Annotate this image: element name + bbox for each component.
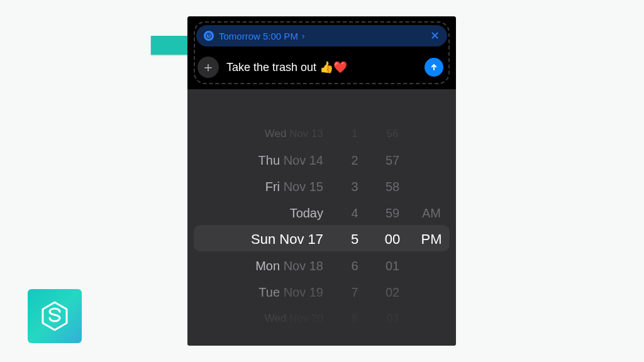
due-date-chip[interactable]: Tomorrow 5:00 PM › ✕ [196, 25, 447, 47]
reminder-input-row: ＋ Take the trash out 👍❤️ [196, 55, 447, 78]
picker-row[interactable]: Mon Nov 18 6 01 [187, 253, 456, 279]
picker-row[interactable]: Tue Nov 12 12 55 [187, 94, 456, 121]
picker-row[interactable]: Tue Nov 19 7 02 [187, 279, 456, 305]
today-label: Today [187, 206, 337, 221]
picker-row-selected[interactable]: Sun Nov 17 5 00 PM [187, 226, 456, 253]
svg-marker-1 [43, 302, 67, 330]
due-date-label: Tomorrow 5:00 PM [219, 31, 298, 41]
reminder-compose-area: Tomorrow 5:00 PM › ✕ ＋ Take the trash ou… [187, 16, 456, 89]
selected-date: Sun Nov 17 [187, 231, 337, 248]
ampm-am: AM [413, 206, 450, 221]
picker-rows: Tue Nov 12 12 55 Wed Nov 13 1 56 Thu Nov… [187, 94, 456, 346]
picker-row[interactable]: Wed Nov 13 1 56 [187, 121, 456, 147]
brand-logo [28, 289, 82, 343]
selected-minute: 00 [372, 231, 413, 248]
picker-row[interactable]: Fri Nov 15 3 58 [187, 173, 456, 200]
clear-due-date-button[interactable]: ✕ [430, 30, 440, 41]
add-attachment-button[interactable]: ＋ [197, 57, 219, 78]
clock-icon [204, 31, 214, 41]
picker-row[interactable]: Today 4 59 AM [187, 200, 456, 226]
picker-row[interactable]: Wed Nov 20 8 03 [187, 305, 456, 332]
arrow-up-icon [430, 63, 438, 72]
stage: Tomorrow 5:00 PM › ✕ ＋ Take the trash ou… [0, 0, 644, 362]
chevron-right-icon: › [302, 31, 305, 41]
reminder-text-input[interactable]: Take the trash out 👍❤️ [226, 60, 417, 74]
reminders-panel: Tomorrow 5:00 PM › ✕ ＋ Take the trash ou… [187, 16, 456, 346]
selected-ampm: PM [413, 231, 450, 248]
submit-reminder-button[interactable] [425, 58, 443, 77]
datetime-picker[interactable]: Tue Nov 12 12 55 Wed Nov 13 1 56 Thu Nov… [187, 89, 456, 346]
selected-hour: 5 [337, 231, 372, 248]
picker-row[interactable]: Thu Nov 21 9 04 [187, 332, 456, 346]
hex-s-icon [38, 299, 72, 333]
picker-row[interactable]: Thu Nov 14 2 57 [187, 147, 456, 173]
